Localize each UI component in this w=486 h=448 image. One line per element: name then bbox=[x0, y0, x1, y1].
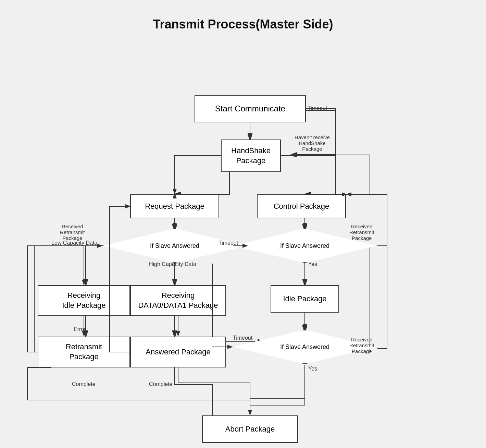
diagram-area: Start Communicate HandShakePackage Reque… bbox=[7, 38, 479, 448]
received-retransmit-bottom-label: ReceivedRetransmitPackage bbox=[349, 337, 374, 354]
timeout3-label: Timeout bbox=[233, 335, 252, 341]
idle-package-box: Idle Package bbox=[271, 285, 339, 313]
high-capacity-label: High Capacity Data bbox=[149, 261, 196, 267]
receiving-idle-box: ReceivingIdle Package bbox=[38, 285, 130, 316]
receiving-data-box: ReceivingDATA0/DATA1 Package bbox=[130, 285, 226, 316]
page-title: Transmit Process(Master Side) bbox=[7, 7, 479, 38]
timeout2-label: Timeout bbox=[219, 240, 238, 246]
start-communicate-box: Start Communicate bbox=[195, 95, 306, 122]
received-retransmit-left-label: ReceivedRetransmitPackage bbox=[60, 223, 85, 241]
request-package-box: Request Package bbox=[130, 194, 219, 218]
low-capacity-label: Low Capacity Data bbox=[51, 240, 97, 246]
complete2-label: Complete bbox=[149, 381, 172, 387]
handshake-package-box: HandShakePackage bbox=[221, 140, 281, 172]
havent-receive-label: Haven't receiveHandShakePackage bbox=[295, 134, 330, 152]
yes-bottom-label: Yes bbox=[308, 366, 317, 372]
retransmit-package-box: RetransmitPackage bbox=[38, 337, 130, 367]
page-container: Transmit Process(Master Side) bbox=[7, 7, 479, 448]
received-retransmit-right-label: ReceivedRetransmitPackage bbox=[349, 223, 374, 241]
answered-package-box: Answered Package bbox=[130, 337, 226, 367]
timeout1-label: Timeout bbox=[308, 105, 327, 111]
abort-package-box: Abort Package bbox=[202, 415, 298, 443]
complete1-label: Complete bbox=[72, 381, 95, 387]
yes-right-label: Yes bbox=[308, 261, 317, 267]
error-label: Error bbox=[74, 326, 86, 332]
control-package-box: Control Package bbox=[257, 194, 346, 218]
